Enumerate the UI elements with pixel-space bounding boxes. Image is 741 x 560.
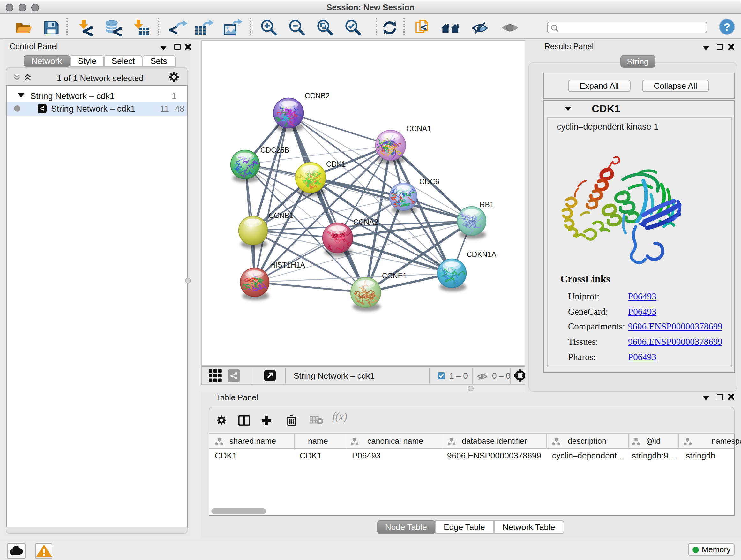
svg-text:CCNB2: CCNB2 bbox=[305, 91, 330, 100]
svg-text:HIST1H1A: HIST1H1A bbox=[270, 260, 306, 269]
svg-text:?: ? bbox=[724, 21, 731, 33]
svg-text:CDKN1A: CDKN1A bbox=[467, 250, 496, 258]
svg-text:CCNA1: CCNA1 bbox=[406, 124, 431, 132]
svg-text:CDC25B: CDC25B bbox=[260, 145, 289, 154]
svg-text:CDK1: CDK1 bbox=[326, 160, 346, 168]
svg-text:CCNB1: CCNB1 bbox=[269, 211, 293, 219]
svg-text:CDC6: CDC6 bbox=[419, 177, 440, 186]
svg-text:CCNE1: CCNE1 bbox=[382, 271, 407, 280]
svg-text:CCNA2: CCNA2 bbox=[353, 218, 378, 226]
svg-text:RB1: RB1 bbox=[480, 200, 494, 208]
